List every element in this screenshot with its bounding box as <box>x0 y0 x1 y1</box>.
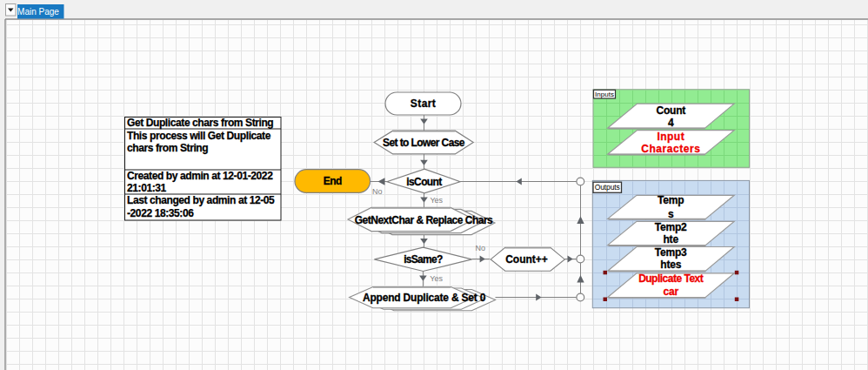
svg-text:No: No <box>475 244 485 252</box>
svg-text:Count: Count <box>656 104 685 117</box>
svg-text:Set to Lower Case: Set to Lower Case <box>383 137 465 149</box>
svg-text:Last changed by admin at 12-05: Last changed by admin at 12-05 <box>127 194 275 206</box>
svg-text:Yes: Yes <box>430 274 443 283</box>
svg-text:Input: Input <box>657 131 684 143</box>
svg-text:Main Page: Main Page <box>17 7 59 17</box>
svg-text:chars from String: chars from String <box>127 142 208 154</box>
svg-text:isCount: isCount <box>406 176 442 188</box>
svg-text:Count++: Count++ <box>505 253 548 266</box>
svg-text:This process will Get Duplicat: This process will Get Duplicate <box>127 130 271 142</box>
svg-text:Characters: Characters <box>641 143 700 155</box>
svg-text:End: End <box>324 175 342 187</box>
svg-text:GetNextChar & Replace Chars: GetNextChar & Replace Chars <box>355 214 493 226</box>
svg-text:Append Duplicate & Set 0: Append Duplicate & Set 0 <box>363 292 486 304</box>
svg-text:Temp2: Temp2 <box>655 221 687 233</box>
svg-text:Outputs: Outputs <box>595 183 620 192</box>
svg-text:htes: htes <box>660 259 681 271</box>
svg-text:hte: hte <box>663 233 678 246</box>
svg-text:Yes: Yes <box>430 196 443 205</box>
svg-text:Temp3: Temp3 <box>655 246 687 259</box>
svg-text:car: car <box>663 286 678 298</box>
svg-text:s: s <box>668 208 674 220</box>
svg-text:Get Duplicate chars from Strin: Get Duplicate chars from String <box>127 117 273 129</box>
svg-text:Duplicate Text: Duplicate Text <box>638 272 704 285</box>
svg-text:Temp: Temp <box>658 194 684 206</box>
svg-text:-2022 18:35:06: -2022 18:35:06 <box>127 207 194 219</box>
svg-text:Start: Start <box>411 98 436 110</box>
svg-text:isSame?: isSame? <box>404 253 443 266</box>
svg-text:Inputs: Inputs <box>595 91 614 98</box>
svg-text:4: 4 <box>668 117 674 129</box>
svg-text:Created by admin at 12-01-2022: Created by admin at 12-01-2022 <box>127 170 273 182</box>
svg-text:21:01:31: 21:01:31 <box>127 182 167 194</box>
svg-text:No: No <box>372 187 383 196</box>
